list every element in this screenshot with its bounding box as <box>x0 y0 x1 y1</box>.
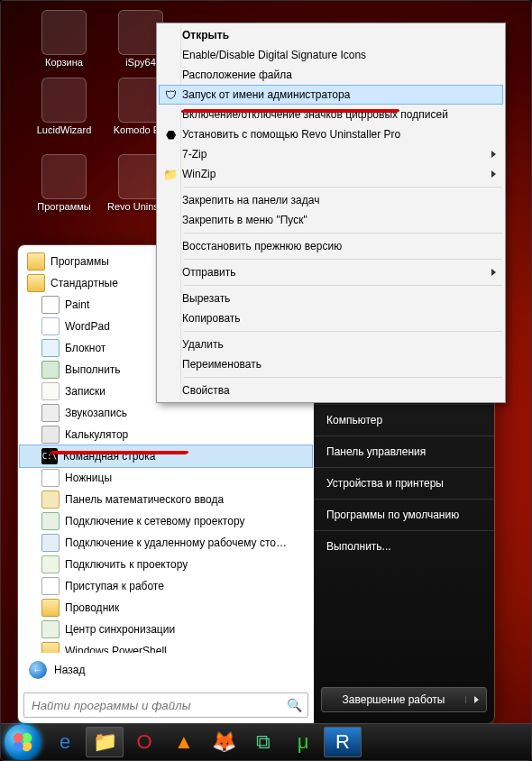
program-label: Программы <box>50 255 109 268</box>
context-menu-label: Включение/отключение значков цифровых по… <box>182 108 492 121</box>
shutdown-options[interactable] <box>465 696 486 703</box>
program-item[interactable]: Подключить к проектору <box>20 554 312 575</box>
search-input[interactable] <box>30 694 287 716</box>
context-menu-label: Запуск от имени администратора <box>182 88 492 101</box>
program-label: Панель математического ввода <box>65 493 224 506</box>
context-menu-label: Восстановить прежнюю версию <box>182 240 492 252</box>
program-label: Звукозапись <box>65 407 127 419</box>
context-menu-item[interactable]: Включение/отключение значков цифровых по… <box>159 105 503 124</box>
program-label: WordPad <box>65 320 110 333</box>
taskbar-item-aimp[interactable]: ▲ <box>165 727 203 757</box>
context-menu-label: Установить с помощью Revo Uninstaller Pr… <box>182 128 492 141</box>
start-right-item[interactable]: Компьютер <box>314 408 494 432</box>
context-menu-item[interactable]: ⬣Установить с помощью Revo Uninstaller P… <box>159 124 503 144</box>
program-label: Блокнот <box>65 342 105 354</box>
program-label: Командная строка <box>63 450 155 463</box>
context-menu-item[interactable]: 7-Zip <box>159 144 503 164</box>
program-item[interactable]: Центр синхронизации <box>20 619 312 640</box>
program-icon <box>41 361 60 379</box>
start-right-item[interactable]: Устройства и принтеры <box>314 472 494 495</box>
start-right-item[interactable]: Панель управления <box>314 440 494 463</box>
context-menu-item[interactable]: Открыть <box>159 25 503 45</box>
program-item[interactable]: Подключение к удаленному рабочему сто… <box>20 532 312 554</box>
context-menu-label: Закрепить на панели задач <box>182 194 492 206</box>
context-menu-label: Удалить <box>182 338 492 351</box>
context-menu-item[interactable]: 🛡Запуск от имени администратора <box>159 85 503 105</box>
desktop-icon[interactable]: Программы <box>28 154 100 212</box>
program-icon <box>41 555 60 573</box>
taskbar: e📁O▲🦊⧉μR <box>1 723 531 760</box>
taskbar-item-firefox[interactable]: 🦊 <box>205 727 243 757</box>
program-icon <box>41 296 60 314</box>
context-menu-item[interactable]: Отправить <box>159 262 503 282</box>
context-menu-item[interactable]: Свойства <box>159 380 503 400</box>
program-icon <box>41 426 60 444</box>
program-label: Подключить к проектору <box>65 558 188 571</box>
context-menu-label: Расположение файла <box>182 69 492 81</box>
program-label: Центр синхронизации <box>65 623 175 636</box>
program-label: Подключение к сетевому проектору <box>65 515 244 527</box>
program-item[interactable]: Windows PowerShell <box>20 640 312 653</box>
context-menu-label: Свойства <box>182 384 492 397</box>
program-label: Paint <box>65 298 89 311</box>
program-icon <box>41 577 60 595</box>
program-icon <box>41 317 60 335</box>
back-label: Назад <box>54 664 85 676</box>
program-icon <box>41 512 60 530</box>
context-menu-label: Переименовать <box>182 358 492 371</box>
program-label: Калькулятор <box>65 428 128 441</box>
context-menu-label: Копировать <box>182 312 492 325</box>
context-menu-item[interactable]: Расположение файла <box>159 65 503 85</box>
start-right-item[interactable]: Программы по умолчанию <box>314 503 494 527</box>
search-box[interactable]: 🔍 <box>23 692 308 718</box>
shutdown-label: Завершение работы <box>322 693 465 706</box>
context-menu-item[interactable]: Вырезать <box>159 289 503 308</box>
shutdown-button[interactable]: Завершение работы <box>321 687 487 712</box>
context-menu-label: Отправить <box>182 266 492 279</box>
program-label: Ножницы <box>65 472 112 484</box>
program-item[interactable]: Приступая к работе <box>20 575 312 597</box>
context-menu-item[interactable]: Enable/Disable Digital Signature Icons <box>159 45 503 65</box>
program-label: Windows PowerShell <box>65 645 167 653</box>
context-menu-item[interactable]: Закрепить в меню "Пуск" <box>159 210 503 230</box>
program-icon <box>41 404 60 422</box>
context-menu-label: Вырезать <box>182 292 492 305</box>
program-item[interactable]: Звукозапись <box>20 402 312 424</box>
start-button[interactable] <box>5 724 41 760</box>
context-menu-item[interactable]: Копировать <box>159 308 503 328</box>
context-menu-item[interactable]: 📁WinZip <box>159 164 503 184</box>
program-label: Подключение к удаленному рабочему сто… <box>65 536 287 549</box>
desktop-icon[interactable]: LucidWizard <box>28 78 100 135</box>
program-label: Проводник <box>65 601 119 614</box>
program-item[interactable]: Панель математического ввода <box>20 489 312 510</box>
context-menu-item[interactable]: Переименовать <box>159 354 503 374</box>
program-icon <box>41 620 60 638</box>
taskbar-item-opera[interactable]: O <box>125 727 163 757</box>
program-icon <box>27 252 45 270</box>
taskbar-item-app2[interactable]: R <box>324 727 362 757</box>
program-item[interactable]: Подключение к сетевому проектору <box>20 510 312 532</box>
program-item[interactable]: Ножницы <box>20 467 312 489</box>
context-menu-icon: 📁 <box>159 168 182 181</box>
program-icon <box>41 469 60 487</box>
context-menu-item[interactable]: Восстановить прежнюю версию <box>159 236 503 256</box>
context-menu-icon: 🛡 <box>159 88 182 102</box>
taskbar-item-utorrent[interactable]: μ <box>284 727 322 757</box>
context-menu-icon: ⬣ <box>159 128 182 142</box>
taskbar-item-explorer[interactable]: 📁 <box>86 727 124 757</box>
program-label: Приступая к работе <box>65 580 164 592</box>
start-right-item[interactable]: Выполнить... <box>314 535 494 558</box>
program-item[interactable]: Калькулятор <box>20 424 312 445</box>
program-icon <box>41 599 60 617</box>
program-item[interactable]: C:\Командная строка <box>20 445 312 467</box>
taskbar-item-app1[interactable]: ⧉ <box>244 727 282 757</box>
context-menu-label: Enable/Disable Digital Signature Icons <box>182 49 492 61</box>
context-menu: ОткрытьEnable/Disable Digital Signature … <box>156 23 506 403</box>
back-button[interactable]: ← Назад <box>22 656 310 683</box>
context-menu-item[interactable]: Удалить <box>159 335 503 354</box>
taskbar-item-ie[interactable]: e <box>46 727 84 757</box>
desktop-icon[interactable]: Корзина <box>28 10 100 68</box>
context-menu-item[interactable]: Закрепить на панели задач <box>159 190 503 210</box>
program-label: Записки <box>65 385 105 398</box>
program-item[interactable]: Проводник <box>20 597 312 619</box>
